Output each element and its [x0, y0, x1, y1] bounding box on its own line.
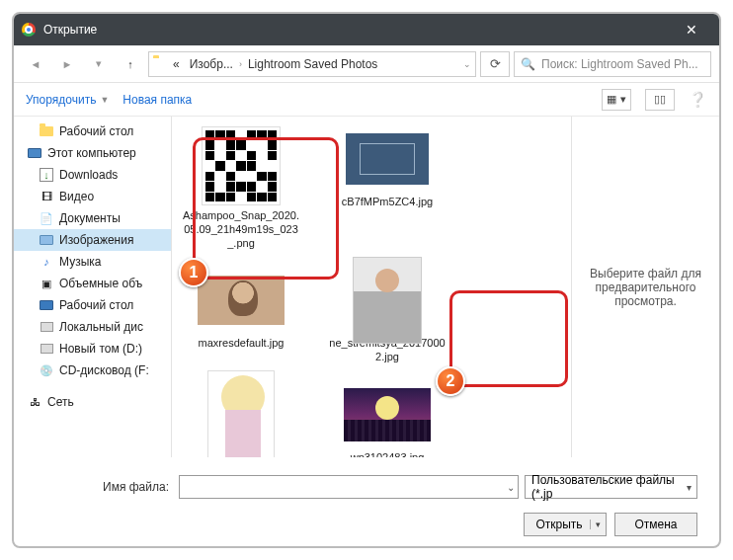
history-button[interactable]: ▾ [85, 52, 113, 76]
thumbnail [344, 126, 431, 192]
download-icon: ↓ [40, 168, 53, 182]
chevron-right-icon[interactable]: › [239, 59, 242, 69]
thumbnail [198, 268, 285, 333]
crumb-1[interactable]: Изобр... [186, 57, 237, 71]
thumbnail [344, 268, 431, 333]
file-name: cB7fMPm5ZC4.jpg [342, 196, 433, 209]
breadcrumb[interactable]: « Изобр... › Lightroom Saved Photos ⌄ [148, 51, 476, 77]
file-item[interactable]: ne_stremitsya_20170002.jpg [328, 268, 447, 364]
path-dropdown-icon[interactable]: ⌄ [463, 59, 471, 69]
file-item[interactable]: cB7fMPm5ZC4.jpg [328, 126, 447, 250]
close-icon[interactable]: ✕ [672, 22, 711, 38]
crumb-2[interactable]: Lightroom Saved Photos [244, 57, 381, 71]
help-icon[interactable]: ❔ [689, 91, 707, 109]
sidebar-item-localdisk[interactable]: Локальный дис [14, 316, 171, 338]
filename-dropdown-icon[interactable]: ⌄ [507, 482, 515, 493]
search-placeholder: Поиск: Lightroom Saved Ph... [541, 57, 698, 71]
video-icon: 🎞 [40, 190, 53, 203]
forward-button: ► [53, 52, 81, 76]
file-name: wp3102483.jpg [351, 451, 425, 457]
thumbnail [344, 382, 431, 447]
search-input[interactable]: 🔍 Поиск: Lightroom Saved Ph... [514, 51, 711, 77]
file-item[interactable]: wp3102483.jpg [328, 382, 447, 457]
window-title: Открытие [43, 23, 672, 37]
crumb-prefix: « [169, 57, 184, 71]
titlebar: Открытие ✕ [14, 14, 719, 45]
new-folder-button[interactable]: Новая папка [122, 93, 192, 107]
sidebar-item-desktop[interactable]: Рабочий стол [14, 120, 171, 142]
network-icon: 🖧 [28, 395, 41, 409]
up-button[interactable]: ↑ [117, 52, 144, 76]
sidebar-item-downloads[interactable]: ↓Downloads [14, 164, 171, 186]
filetype-select[interactable]: Пользовательские файлы (*.jp [525, 475, 697, 499]
music-icon: ♪ [40, 255, 53, 269]
sidebar-item-images[interactable]: Изображения [14, 229, 171, 251]
file-name: maxresdefault.jpg [199, 337, 285, 351]
sidebar-item-desktop2[interactable]: Рабочий стол [14, 294, 171, 316]
filename-label: Имя файла: [36, 480, 169, 494]
preview-text: Выберите файл для предварительного просм… [582, 267, 709, 308]
sidebar-item-music[interactable]: ♪Музыка [14, 251, 171, 273]
thumbnail [198, 382, 285, 447]
file-view: Ashampoo_Snap_2020.05.09_21h49m19s_023_.… [172, 117, 571, 457]
nav-row: ◄ ► ▾ ↑ « Изобр... › Lightroom Saved Pho… [14, 45, 719, 83]
chevron-down-icon: ▼ [100, 95, 109, 105]
search-icon: 🔍 [521, 57, 535, 71]
sidebar: Рабочий стол Этот компьютер ↓Downloads 🎞… [14, 117, 172, 457]
cancel-button[interactable]: Отмена [614, 513, 697, 536]
chrome-icon [22, 23, 36, 37]
organize-menu[interactable]: Упорядочить ▼ [26, 93, 109, 107]
open-button[interactable]: Открыть [524, 513, 607, 536]
cube-icon: ▣ [40, 277, 53, 290]
file-item[interactable]: maxresdefault.jpg [182, 268, 300, 364]
toolbar: Упорядочить ▼ Новая папка ▦ ▾ ▯▯ ❔ [14, 83, 719, 117]
sidebar-item-cddvd[interactable]: 💿CD-дисковод (F: [14, 360, 171, 381]
file-name: Ashampoo_Snap_2020.05.09_21h49m19s_023_.… [182, 209, 300, 250]
view-mode-button[interactable]: ▦ ▾ [602, 89, 631, 111]
sidebar-item-network[interactable]: 🖧Сеть [14, 391, 171, 413]
sidebar-item-3d[interactable]: ▣Объемные объ [14, 273, 171, 294]
sidebar-item-video[interactable]: 🎞Видео [14, 186, 171, 207]
thumbnail-qr [202, 126, 281, 205]
back-button[interactable]: ◄ [22, 52, 49, 76]
sidebar-item-newvol[interactable]: Новый том (D:) [14, 338, 171, 360]
folder-icon [153, 58, 167, 70]
filename-input[interactable] [179, 475, 519, 499]
bottom-bar: Имя файла: ⌄ Пользовательские файлы (*.j… [14, 457, 719, 548]
sidebar-item-documents[interactable]: 📄Документы [14, 207, 171, 229]
disc-icon: 💿 [40, 363, 53, 377]
file-item[interactable]: orig.jpg [182, 382, 300, 457]
preview-pane: Выберите файл для предварительного просм… [571, 117, 719, 457]
sidebar-item-thispc[interactable]: Этот компьютер [14, 142, 171, 164]
file-item[interactable]: Ashampoo_Snap_2020.05.09_21h49m19s_023_.… [182, 126, 300, 250]
document-icon: 📄 [40, 211, 53, 225]
refresh-button[interactable]: ⟳ [480, 51, 510, 77]
preview-pane-button[interactable]: ▯▯ [645, 89, 675, 111]
